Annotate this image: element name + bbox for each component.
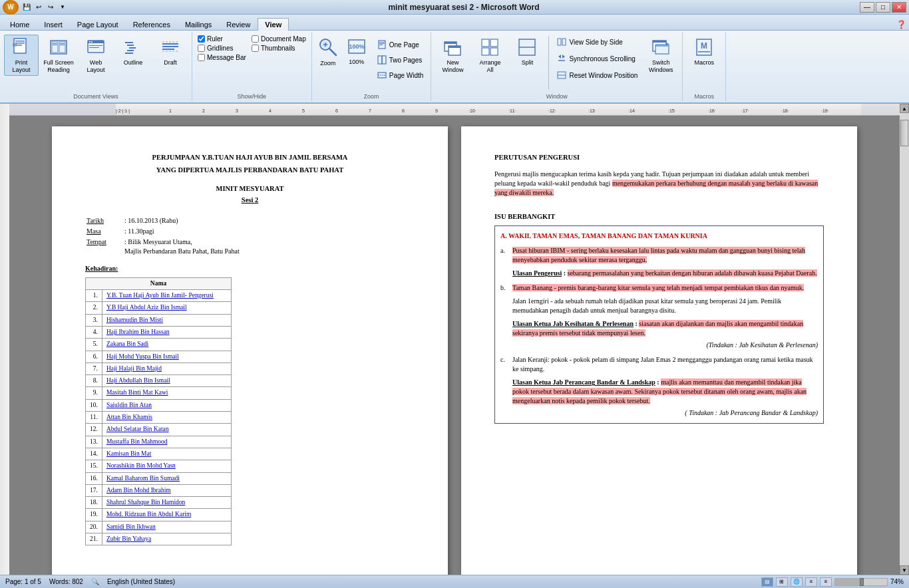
svg-rect-67 <box>698 51 710 53</box>
new-window-button[interactable]: NewWindow <box>435 35 470 76</box>
tab-page-layout[interactable]: Page Layout <box>70 18 126 31</box>
svg-rect-20 <box>129 47 136 49</box>
draft-view-btn[interactable]: ≡ <box>820 577 832 587</box>
table-row: 19.Mohd. Ridzuan Bin Abdul Karim <box>86 509 232 521</box>
doc-section-num: Sesi 2 <box>85 196 415 206</box>
maximize-button[interactable]: □ <box>876 2 890 13</box>
web-view-btn[interactable]: 🌐 <box>791 577 803 587</box>
close-button[interactable]: ✕ <box>892 2 906 13</box>
tab-insert[interactable]: Insert <box>37 18 70 31</box>
new-window-label: NewWindow <box>442 59 463 74</box>
item-b: b. Taman Banang - premis barang-barang k… <box>500 283 818 350</box>
arrange-all-button[interactable]: ArrangeAll <box>472 35 507 76</box>
zoom-slider[interactable] <box>834 578 888 586</box>
title-bar: W 💾 ↩ ↪ ▼ minit mesyuarat sesi 2 - Micro… <box>0 0 909 15</box>
scroll-down-button[interactable]: ▼ <box>900 565 909 575</box>
svg-rect-25 <box>162 49 174 50</box>
synchronous-scrolling-button[interactable]: Synchronous Scrolling <box>553 51 641 66</box>
document-views-label: Document Views <box>4 92 188 100</box>
reset-window-button[interactable]: Reset Window Position <box>553 68 641 82</box>
table-row: 6.Haji Mohd Yuspa Bin Ismail <box>86 351 232 363</box>
status-bar: Page: 1 of 5 Words: 802 🔍 English (Unite… <box>0 575 909 588</box>
scroll-up-button[interactable]: ▲ <box>900 104 909 113</box>
reset-window-icon <box>556 70 567 80</box>
one-page-button[interactable]: One Page <box>373 37 427 52</box>
two-pages-button[interactable]: Two Pages <box>373 53 427 67</box>
ribbon-group-macros: M Macros Macros <box>683 32 726 101</box>
issue-section-a: A. WAKIL TAMAN EMAS, TAMAN BANANG DAN TA… <box>494 225 824 424</box>
show-hide-col1: Ruler Gridlines Message Bar <box>196 35 248 62</box>
draft-button[interactable]: Draft <box>153 35 188 69</box>
tab-references[interactable]: References <box>126 18 178 31</box>
tab-view[interactable]: View <box>258 18 289 31</box>
print-view-btn[interactable]: ▤ <box>761 577 773 587</box>
item-b-content: Taman Banang - premis barang-barang kita… <box>512 283 818 350</box>
page-width-icon <box>377 70 387 80</box>
gridlines-check[interactable]: Gridlines <box>196 44 248 53</box>
ruler-check[interactable]: Ruler <box>196 35 248 43</box>
zoom-100-icon: 100% <box>346 36 367 57</box>
message-bar-check[interactable]: Message Bar <box>196 53 248 62</box>
save-button[interactable]: 💾 <box>21 2 32 13</box>
rp-para1: Pengerusi majlis mengucapkan terima kasi… <box>494 170 824 198</box>
vertical-scrollbar[interactable]: ▲ ▼ <box>900 104 909 575</box>
sync-scroll-icon <box>556 53 567 64</box>
svg-rect-39 <box>378 56 382 64</box>
page-left: PERJUMPAAN Y.B.TUAN HAJI AYUB BIN JAMIL … <box>52 126 448 575</box>
split-button[interactable]: Split <box>510 35 544 69</box>
doc-map-check[interactable]: Document Map <box>250 35 307 43</box>
arrange-all-icon <box>479 37 500 58</box>
outline-button[interactable]: Outline <box>116 35 150 69</box>
view-side-by-side-button[interactable]: View Side by Side <box>553 35 641 49</box>
page-width-button[interactable]: Page Width <box>373 68 427 82</box>
svg-rect-54 <box>520 49 534 54</box>
horizontal-ruler: |·2·|·1·| 1 2 3 4 5 6 7 8 9 ·10· ·11· ·1… <box>9 104 900 116</box>
undo-button[interactable]: ↩ <box>33 2 44 13</box>
svg-text:6: 6 <box>335 108 338 113</box>
svg-rect-23 <box>162 43 178 45</box>
svg-text:|·2·|·1·|: |·2·|·1·| <box>116 108 130 114</box>
tab-mailings[interactable]: Mailings <box>178 18 219 31</box>
full-screen-reading-button[interactable]: Full ScreenReading <box>41 35 76 76</box>
kehadiran-label: Kehadiran: <box>85 264 415 273</box>
switch-windows-button[interactable]: SwitchWindows <box>643 35 678 76</box>
customize-button[interactable]: ▼ <box>57 2 68 13</box>
item-b-ulasan: Ulasan Ketua Jab Kesihatan & Perlesenan … <box>512 319 818 338</box>
language-indicator: 🔍 <box>91 578 99 585</box>
quick-access: 💾 ↩ ↪ ▼ <box>21 2 68 13</box>
attendance-table: Nama 1.Y.B. Tuan Haji Ayub Bin Jamil- Pe… <box>85 277 232 546</box>
svg-text:·16·: ·16· <box>708 108 716 113</box>
item-a: a. Pusat hiburan IBIM - sering berlaku k… <box>500 246 818 278</box>
table-row: 8.Haji Abdullah Bin Ismail <box>86 375 232 387</box>
meeting-info-table: Tarikh : 16.10.2013 (Rabu) Masa : 11.30p… <box>85 215 241 257</box>
svg-text:·10·: ·10· <box>468 108 476 113</box>
svg-rect-21 <box>127 50 134 51</box>
scroll-track[interactable] <box>900 113 909 565</box>
switch-windows-icon <box>650 37 671 58</box>
svg-rect-88 <box>9 104 116 116</box>
minimize-button[interactable]: — <box>860 2 874 13</box>
window-title: minit mesyuarat sesi 2 - Microsoft Word <box>68 3 860 12</box>
thumbnails-check[interactable]: Thumbnails <box>250 44 307 53</box>
redo-button[interactable]: ↪ <box>45 2 56 13</box>
zoom-100-button[interactable]: 100% 100% <box>343 35 371 67</box>
outline-view-btn[interactable]: ≡ <box>805 577 817 587</box>
item-c: c. Jalan Keranji: pokok - pokok pelam di… <box>500 355 818 418</box>
help-button[interactable]: ❓ <box>896 19 906 30</box>
svg-rect-50 <box>490 48 498 55</box>
window-col: View Side by Side Synchronous Scrolling … <box>553 35 641 82</box>
tab-home[interactable]: Home <box>3 18 37 31</box>
zoom-button[interactable]: Zoom <box>316 35 340 69</box>
read-view-btn[interactable]: ⊞ <box>776 577 788 587</box>
tab-review[interactable]: Review <box>219 18 258 31</box>
scroll-thumb[interactable] <box>900 120 908 146</box>
print-layout-button[interactable]: PrintLayout <box>4 35 39 76</box>
svg-point-15 <box>91 41 92 43</box>
macros-button[interactable]: M Macros <box>687 35 721 69</box>
svg-rect-8 <box>53 43 57 44</box>
table-row: 12.Abdul Selatar Bin Katan <box>86 424 232 436</box>
item-c-tindakan: ( Tindakan : Jab Perancang Bandar & Land… <box>512 408 818 418</box>
table-row: 7.Haji Halaji Bin Majid <box>86 363 232 374</box>
web-layout-button[interactable]: WebLayout <box>79 35 113 76</box>
document-area[interactable]: PERJUMPAAN Y.B.TUAN HAJI AYUB BIN JAMIL … <box>9 116 900 575</box>
